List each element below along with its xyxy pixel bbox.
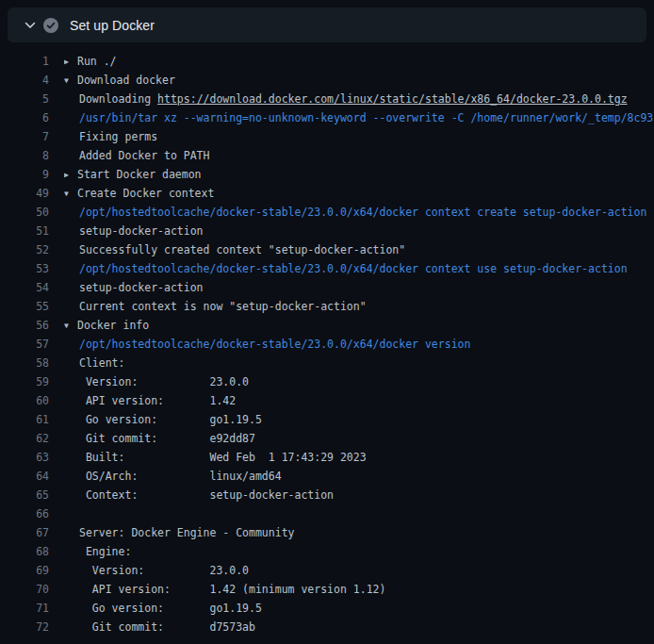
- line-number-link[interactable]: 9: [0, 165, 49, 184]
- log-text: Added Docker to PATH: [79, 149, 209, 162]
- log-line-content: Go version: go1.19.5: [64, 410, 654, 429]
- collapse-triangle-icon[interactable]: ▼: [64, 72, 77, 90]
- line-number-link[interactable]: 1: [0, 52, 49, 71]
- log-text: setup-docker-action: [79, 281, 204, 294]
- expand-triangle-icon[interactable]: ▶: [64, 53, 77, 71]
- line-number-link[interactable]: 6: [0, 108, 49, 127]
- collapse-triangle-icon[interactable]: ▼: [64, 317, 77, 335]
- log-line-content: Added Docker to PATH: [64, 146, 654, 165]
- log-line: 5Downloading https://download.docker.com…: [0, 90, 654, 108]
- group-title[interactable]: Start Docker daemon: [77, 168, 202, 181]
- line-number-link[interactable]: 70: [0, 580, 49, 599]
- step-header[interactable]: Set up Docker: [8, 8, 646, 42]
- log-line: 71 Go version: go1.19.5: [0, 599, 654, 618]
- line-number-link[interactable]: 58: [0, 354, 49, 372]
- line-number-link[interactable]: 54: [0, 278, 49, 297]
- log-line: 68 Engine:: [0, 542, 654, 561]
- check-circle-icon: [43, 18, 58, 33]
- log-line: 66: [0, 504, 654, 523]
- log-url-link[interactable]: https://download.docker.com/linux/static…: [157, 92, 628, 106]
- log-line-content: Engine:: [64, 542, 654, 561]
- log-line-content: Context: setup-docker-action: [64, 486, 654, 504]
- line-number-link[interactable]: 62: [0, 429, 49, 448]
- log-line-content: Version: 23.0.0: [64, 372, 654, 391]
- line-number-link[interactable]: 72: [0, 618, 49, 636]
- log-line-content: Go version: go1.19.5: [64, 599, 654, 618]
- log-line: 60 API version: 1.42: [0, 391, 654, 410]
- line-number-link[interactable]: 49: [0, 184, 49, 203]
- log-text: Client:: [79, 356, 124, 370]
- line-number-link[interactable]: 61: [0, 410, 49, 429]
- log-line-content: /opt/hostedtoolcache/docker-stable/23.0.…: [64, 203, 654, 222]
- log-line: 70 API version: 1.42 (minimum version 1.…: [0, 580, 654, 599]
- log-line: 55Current context is now "setup-docker-a…: [0, 297, 654, 316]
- log-line: 8Added Docker to PATH: [0, 146, 654, 165]
- log-text: Context: setup-docker-action: [79, 488, 334, 502]
- log-line-content: Successfully created context "setup-dock…: [64, 240, 654, 259]
- log-line-content: ▼Create Docker context: [64, 184, 654, 203]
- log-line: 57/opt/hostedtoolcache/docker-stable/23.…: [0, 335, 654, 354]
- log-text: Successfully created context "setup-dock…: [79, 243, 405, 256]
- line-number-link[interactable]: 63: [0, 448, 49, 467]
- group-title[interactable]: Create Docker context: [77, 187, 214, 200]
- step-title: Set up Docker: [70, 19, 155, 32]
- log-text: Go version: go1.19.5: [79, 413, 262, 426]
- log-line: 65 Context: setup-docker-action: [0, 486, 654, 504]
- log-text: OS/Arch: linux/amd64: [79, 470, 282, 483]
- log-line-content: /opt/hostedtoolcache/docker-stable/23.0.…: [64, 259, 654, 278]
- line-number-link[interactable]: 52: [0, 240, 49, 259]
- log-line: 51setup-docker-action: [0, 222, 654, 240]
- line-number-link[interactable]: 66: [0, 504, 49, 523]
- line-number-link[interactable]: 56: [0, 316, 49, 335]
- log-line: 62 Git commit: e92dd87: [0, 429, 654, 448]
- collapse-triangle-icon[interactable]: ▼: [64, 185, 77, 203]
- log-text: Version: 23.0.0: [79, 564, 249, 577]
- expand-triangle-icon[interactable]: ▶: [64, 166, 77, 184]
- line-number-link[interactable]: 53: [0, 259, 49, 278]
- log-line-content: /usr/bin/tar xz --warning=no-unknown-key…: [64, 108, 654, 127]
- log-line: 56▼Docker info: [0, 316, 654, 335]
- line-number-link[interactable]: 5: [0, 90, 49, 108]
- log-line-content: ▶Start Docker daemon: [64, 165, 654, 184]
- group-title[interactable]: Run ./: [77, 55, 117, 68]
- log-line: 67Server: Docker Engine - Community: [0, 523, 654, 542]
- log-command-text: /opt/hostedtoolcache/docker-stable/23.0.…: [79, 262, 628, 275]
- log-text: Git commit: e92dd87: [79, 432, 255, 445]
- line-number-link[interactable]: 69: [0, 561, 49, 580]
- line-number-link[interactable]: 60: [0, 391, 49, 410]
- line-number-link[interactable]: 67: [0, 523, 49, 542]
- log-text: API version: 1.42: [79, 394, 236, 407]
- log-line: 61 Go version: go1.19.5: [0, 410, 654, 429]
- line-number-link[interactable]: 68: [0, 542, 49, 561]
- log-text: Git commit: d7573ab: [79, 620, 255, 634]
- log-line-content: Built: Wed Feb 1 17:43:29 2023: [64, 448, 654, 467]
- line-number-link[interactable]: 8: [0, 146, 49, 165]
- log-line-content: /opt/hostedtoolcache/docker-stable/23.0.…: [64, 335, 654, 354]
- line-number-link[interactable]: 4: [0, 71, 49, 90]
- log-line-content: OS/Arch: linux/amd64: [64, 467, 654, 486]
- line-number-link[interactable]: 50: [0, 203, 49, 222]
- line-number-link[interactable]: 57: [0, 335, 49, 354]
- log-line-content: Current context is now "setup-docker-act…: [64, 297, 654, 316]
- line-number-link[interactable]: 65: [0, 486, 49, 504]
- group-title[interactable]: Download docker: [77, 74, 175, 87]
- log-line: 63 Built: Wed Feb 1 17:43:29 2023: [0, 448, 654, 467]
- log-command-text: /opt/hostedtoolcache/docker-stable/23.0.…: [79, 206, 646, 219]
- log-text: Go version: go1.19.5: [79, 602, 262, 615]
- log-line-content: Fixing perms: [64, 127, 654, 146]
- line-number-link[interactable]: 71: [0, 599, 49, 618]
- log-line: 52Successfully created context "setup-do…: [0, 240, 654, 259]
- log-text: Fixing perms: [79, 130, 157, 143]
- chevron-down-icon[interactable]: [17, 8, 43, 42]
- group-title[interactable]: Docker info: [77, 319, 149, 332]
- log-line-content: Client:: [64, 354, 654, 372]
- log-line-content: ▶Run ./: [64, 52, 654, 71]
- line-number-link[interactable]: 55: [0, 297, 49, 316]
- log-line: 49▼Create Docker context: [0, 184, 654, 203]
- line-number-link[interactable]: 64: [0, 467, 49, 486]
- line-number-link[interactable]: 7: [0, 127, 49, 146]
- line-number-link[interactable]: 51: [0, 222, 49, 240]
- line-number-link[interactable]: 59: [0, 372, 49, 391]
- log-text: Engine:: [79, 545, 131, 558]
- log-line: 54setup-docker-action: [0, 278, 654, 297]
